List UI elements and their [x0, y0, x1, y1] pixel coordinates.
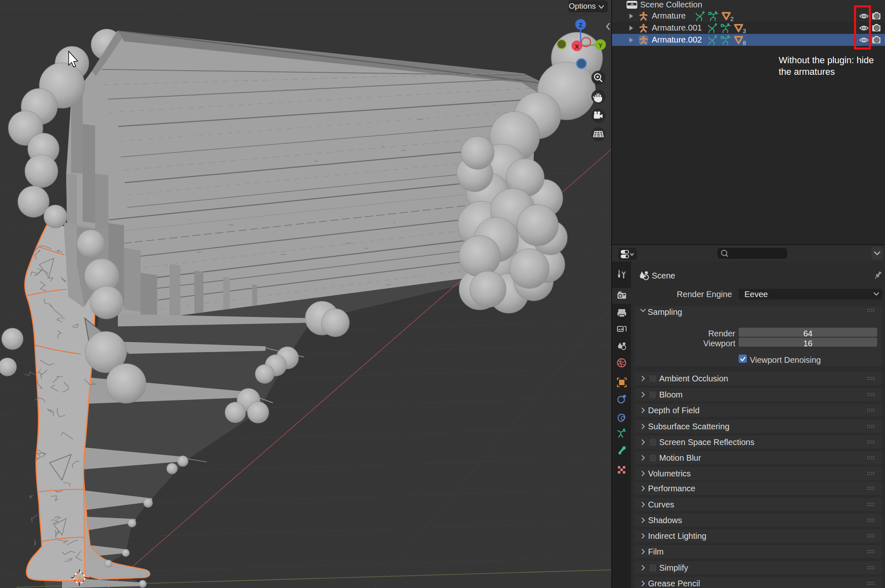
svg-text:Y: Y	[598, 42, 603, 49]
svg-text:Options: Options	[569, 2, 596, 10]
svg-text:Z: Z	[579, 21, 582, 29]
svg-text:8: 8	[743, 40, 746, 46]
svg-text:2: 2	[730, 16, 734, 22]
svg-text:3: 3	[743, 28, 746, 34]
svg-text:X: X	[575, 43, 579, 50]
